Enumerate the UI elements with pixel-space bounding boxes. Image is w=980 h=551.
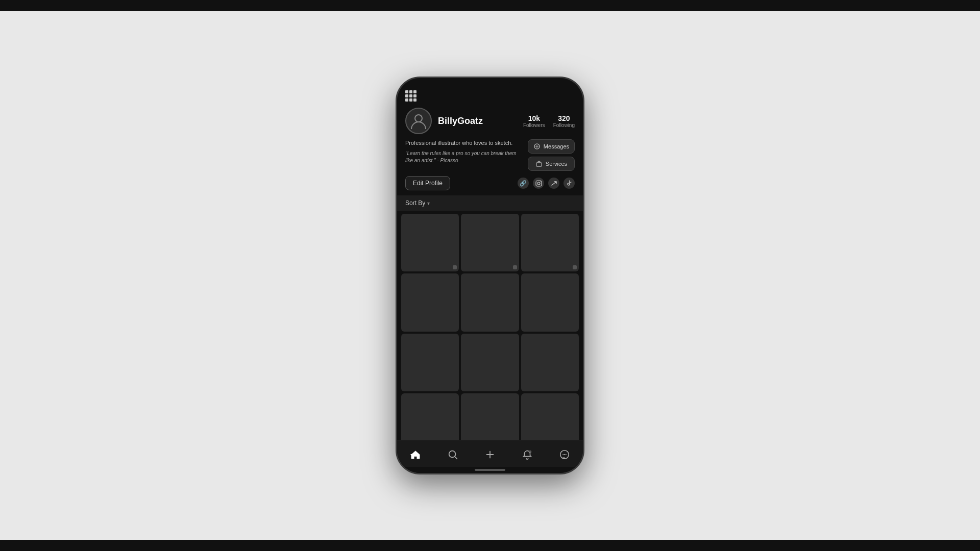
grid-item[interactable] xyxy=(521,214,579,271)
add-icon xyxy=(484,449,496,460)
sort-by-label: Sort By xyxy=(405,199,425,207)
messages-label: Messages xyxy=(544,143,569,149)
grid-item-badge xyxy=(453,265,457,269)
grid-item[interactable] xyxy=(521,273,579,331)
instagram-icon[interactable] xyxy=(533,178,544,189)
content-grid xyxy=(397,212,583,440)
sort-by-bar[interactable]: Sort By ▾ xyxy=(397,195,583,211)
page-top-bar xyxy=(0,0,980,11)
home-icon xyxy=(410,449,421,460)
bio-quote: "Learn the rules like a pro so you can b… xyxy=(405,150,523,164)
stats-container: 10k Followers 320 Following xyxy=(523,114,575,128)
messages-button[interactable]: Messages xyxy=(528,139,575,154)
phone-notch xyxy=(470,80,510,84)
home-bar xyxy=(475,469,505,471)
profile-top-row: BillyGoatz 10k Followers 320 Following xyxy=(405,108,575,134)
followers-label: Followers xyxy=(523,122,545,128)
twitter-icon[interactable] xyxy=(548,178,559,189)
profile-footer: Edit Profile 🔗 xyxy=(405,176,575,190)
bio-text-container: Professional illustrator who loves to sk… xyxy=(405,139,523,171)
grid-item[interactable] xyxy=(461,214,519,271)
svg-point-5 xyxy=(540,181,541,182)
followers-count: 10k xyxy=(523,114,545,122)
social-icons-container: 🔗 xyxy=(518,178,575,189)
grid-item[interactable] xyxy=(461,334,519,391)
nav-messages[interactable] xyxy=(554,445,575,464)
svg-point-13 xyxy=(565,454,566,455)
bio-description: Professional illustrator who loves to sk… xyxy=(405,139,523,147)
grid-item[interactable] xyxy=(521,393,579,440)
svg-point-12 xyxy=(564,454,565,455)
phone-screen: BillyGoatz 10k Followers 320 Following P… xyxy=(397,86,583,473)
notifications-icon: + xyxy=(522,449,533,460)
grid-item[interactable] xyxy=(401,393,459,440)
messages-icon xyxy=(533,143,541,150)
nav-search[interactable] xyxy=(443,445,463,464)
followers-stat: 10k Followers xyxy=(523,114,545,128)
search-icon xyxy=(447,449,458,460)
phone-frame: BillyGoatz 10k Followers 320 Following P… xyxy=(396,77,584,474)
svg-point-0 xyxy=(415,115,422,122)
profile-section: BillyGoatz 10k Followers 320 Following P… xyxy=(397,104,583,195)
grid-item-badge xyxy=(513,265,517,269)
svg-point-6 xyxy=(411,454,412,456)
svg-point-11 xyxy=(562,454,564,455)
home-indicator xyxy=(397,467,583,473)
grid-item[interactable] xyxy=(461,393,519,440)
nav-home[interactable] xyxy=(405,445,426,464)
following-label: Following xyxy=(553,122,575,128)
link-icon[interactable]: 🔗 xyxy=(518,178,529,189)
svg-rect-2 xyxy=(536,163,542,166)
grid-item[interactable] xyxy=(461,273,519,331)
username-label: BillyGoatz xyxy=(438,116,517,127)
nav-notifications[interactable]: + xyxy=(517,445,537,464)
grid-item-badge xyxy=(573,265,577,269)
edit-profile-button[interactable]: Edit Profile xyxy=(405,176,450,190)
page-bottom-bar xyxy=(0,540,980,551)
grid-item[interactable] xyxy=(521,334,579,391)
svg-point-4 xyxy=(537,182,540,185)
services-button[interactable]: Services xyxy=(528,157,575,171)
services-icon xyxy=(535,160,543,167)
svg-text:+: + xyxy=(529,451,530,454)
avatar-icon xyxy=(409,112,428,130)
chat-icon xyxy=(559,449,570,460)
screen-header xyxy=(397,86,583,104)
following-stat: 320 Following xyxy=(553,114,575,128)
phone-top-bar xyxy=(397,78,583,86)
sort-chevron-icon: ▾ xyxy=(427,201,430,206)
bottom-navigation: + xyxy=(397,440,583,467)
grid-item[interactable] xyxy=(401,334,459,391)
avatar[interactable] xyxy=(405,108,432,134)
tiktok-icon[interactable] xyxy=(564,178,575,189)
action-buttons-container: Messages Services xyxy=(528,139,575,171)
grid-item[interactable] xyxy=(401,214,459,271)
nav-add[interactable] xyxy=(480,445,500,464)
services-label: Services xyxy=(546,161,567,167)
bio-section: Professional illustrator who loves to sk… xyxy=(405,139,575,171)
grid-item[interactable] xyxy=(401,273,459,331)
grid-menu-icon[interactable] xyxy=(405,90,416,102)
following-count: 320 xyxy=(553,114,575,122)
